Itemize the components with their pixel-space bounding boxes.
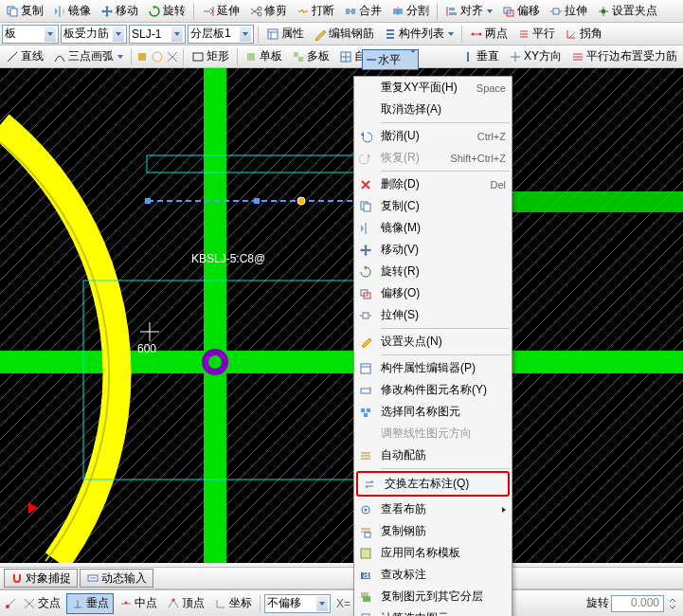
memlist-button[interactable]: 构件列表 [380, 25, 458, 44]
toolbar-edit: 复制 镜像 移动 旋转 延伸 修剪 打断 合并 分割 对齐 偏移 拉伸 设置夹点 [0, 0, 683, 23]
slab-combo[interactable]: 板 [2, 25, 59, 44]
sb-apex[interactable]: 顶点 [163, 593, 208, 614]
ctx-applytpl[interactable]: 应用同名称模板 [354, 542, 512, 564]
xy-button[interactable]: XY方向 [505, 47, 566, 66]
break-button[interactable]: 打断 [293, 2, 338, 21]
slj-combo[interactable]: SLJ-1 [129, 25, 186, 44]
trim-icon [249, 5, 262, 18]
attr-button[interactable]: 属性 [262, 25, 308, 44]
svg-rect-7 [449, 8, 455, 10]
horiz-button[interactable]: 水平 [362, 49, 419, 70]
arc3-button[interactable]: 三点画弧 [49, 47, 127, 66]
ctx-repeat-xy[interactable]: 重复XY平面(H)Space [354, 77, 512, 99]
ctx-copylayer[interactable]: 复制图元到其它分层 [354, 586, 512, 607]
vert-button[interactable]: 垂直 [458, 47, 503, 66]
ctx-copy[interactable]: 复制(C) [354, 195, 512, 217]
sb-intersect[interactable]: 交点 [19, 593, 64, 614]
rebar-label: KBSLJ-5:C8@ [191, 252, 265, 265]
corner-button[interactable]: 拐角 [561, 25, 606, 44]
merge-button[interactable]: 合并 [340, 2, 386, 21]
ctx-undo[interactable]: 撤消(U)Ctrl+Z [354, 125, 512, 147]
ctx-offset[interactable]: 偏移(O) [354, 282, 512, 304]
ctx-copybar[interactable]: 复制钢筋 [354, 520, 512, 542]
align-button[interactable]: 对齐 [441, 2, 496, 21]
svg-rect-43 [361, 408, 365, 412]
separator [260, 595, 261, 612]
merge-icon [344, 5, 357, 18]
ctx-stretch[interactable]: 拉伸(S) [354, 304, 512, 326]
tool-icon[interactable] [166, 50, 179, 63]
submenu-arrow-icon [502, 507, 506, 513]
multi-slab-icon [292, 50, 305, 63]
extend-button[interactable]: 延伸 [198, 2, 243, 21]
edge-button[interactable]: 平行边布置受力筋 [567, 47, 681, 66]
line-button[interactable]: 直线 [2, 47, 47, 66]
ctx-cancel-select[interactable]: 取消选择(A) [354, 99, 512, 120]
ctx-rotate[interactable]: 旋转(R) [354, 261, 512, 282]
stretch-icon [549, 5, 563, 18]
rect-button[interactable]: 矩形 [188, 47, 233, 66]
twopt-button[interactable]: 两点 [466, 25, 512, 44]
copy-icon [356, 197, 375, 216]
svg-rect-11 [553, 9, 559, 14]
single-button[interactable]: 单板 [241, 47, 286, 66]
copy-button[interactable]: 复制 [2, 2, 47, 21]
svg-rect-5 [351, 9, 355, 14]
ctx-viewann[interactable]: abc查改标注 [354, 564, 512, 586]
separator [237, 48, 238, 65]
custom-icon [339, 50, 352, 63]
svg-rect-12 [602, 9, 605, 13]
ctx-selname[interactable]: 选择同名称图元 [354, 401, 512, 423]
tool-icon[interactable] [151, 50, 164, 63]
svg-rect-40 [363, 313, 368, 318]
ctx-setclip[interactable]: 设置夹点(N) [354, 331, 512, 353]
mirror-button[interactable]: 镜像 [49, 2, 95, 21]
drawing-canvas[interactable]: KBSLJ-5:C8@ 600 [0, 68, 683, 563]
ctx-calcsel[interactable]: 计算选中图元 [354, 607, 512, 616]
rotate-icon [356, 263, 375, 281]
stretch-button[interactable]: 拉伸 [546, 2, 591, 21]
ctx-highlight-box: 交换左右标注(Q) [356, 471, 510, 497]
tool-icon[interactable] [135, 50, 149, 63]
offset-combo[interactable]: 不偏移 [264, 594, 331, 613]
select-same-icon [356, 403, 375, 422]
svg-point-35 [297, 197, 305, 205]
sb-mid[interactable]: 中点 [116, 593, 161, 614]
editbar-button[interactable]: 编辑钢筋 [310, 25, 378, 44]
svg-rect-48 [365, 533, 370, 537]
setclip-button[interactable]: 设置夹点 [593, 2, 661, 21]
midpoint-icon [119, 597, 133, 610]
bottom-toggle-bar: 对象捕捉 动态输入 [0, 567, 683, 589]
ctx-mirror[interactable]: 镜像(M) [354, 217, 512, 239]
stepper-icon[interactable] [666, 597, 679, 610]
layer-combo[interactable]: 分层板1 [188, 25, 254, 44]
edge-rebar-icon [571, 50, 584, 63]
rotate-value[interactable]: 0.000 [611, 595, 664, 612]
sb-perp[interactable]: 垂点 [66, 593, 114, 614]
rotate-button[interactable]: 旋转 [144, 2, 189, 21]
parallel-button[interactable]: 平行 [513, 25, 559, 44]
rotate-icon [148, 5, 161, 18]
ctx-swap-annotation[interactable]: 交换左右标注(Q) [358, 473, 508, 495]
trim-button[interactable]: 修剪 [245, 2, 291, 21]
ctx-rename[interactable]: 修改构件图元名称(Y) [354, 379, 512, 401]
separator [461, 26, 462, 43]
osnap-toggle[interactable]: 对象捕捉 [4, 569, 78, 588]
multi-button[interactable]: 多板 [288, 47, 333, 66]
split-button[interactable]: 分割 [387, 2, 433, 21]
ctx-propedit[interactable]: 构件属性编辑器(P) [354, 357, 512, 379]
separator [437, 3, 438, 20]
ctx-autobar[interactable]: 自动配筋 [354, 444, 512, 466]
ctx-move[interactable]: 移动(V) [354, 239, 512, 261]
svg-rect-21 [298, 57, 303, 62]
sb-coord[interactable]: 坐标 [210, 593, 256, 614]
ctx-delete[interactable]: 删除(D)Del [354, 173, 512, 195]
slabbar-combo[interactable]: 板受力筋 [61, 25, 127, 44]
dyninput-toggle[interactable]: 动态输入 [80, 569, 153, 588]
move-button[interactable]: 移动 [97, 2, 142, 21]
snap-setting-icon[interactable] [4, 597, 17, 610]
offset-button[interactable]: 偏移 [498, 2, 544, 21]
dimension-text: 600 [137, 342, 156, 355]
status-bar: 交点 垂点 中点 顶点 坐标 不偏移 X= 旋转 0.000 [0, 589, 683, 616]
ctx-viewbar[interactable]: 查看布筋 [354, 498, 512, 520]
